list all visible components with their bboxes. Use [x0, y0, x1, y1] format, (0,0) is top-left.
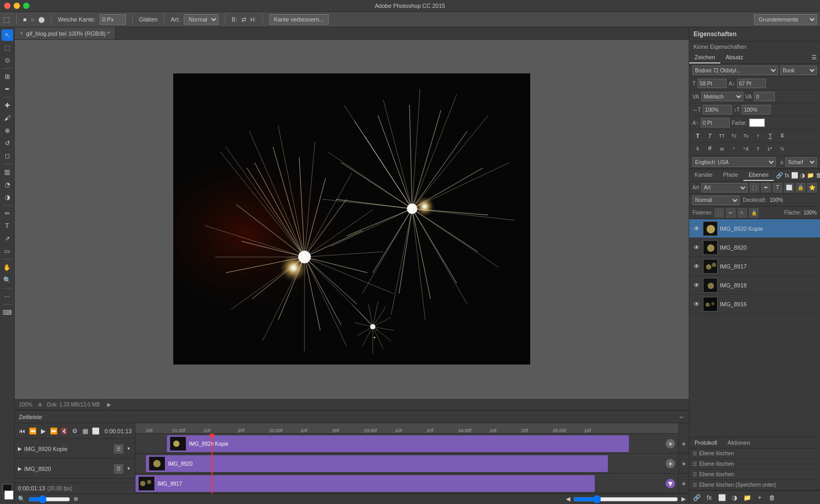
blend-mode-select[interactable]: Normal — [692, 196, 740, 205]
layer-mask-icon[interactable]: ⬜ — [791, 172, 798, 179]
history-brush[interactable]: ↺ — [2, 137, 13, 149]
fmt-st[interactable]: st — [717, 144, 727, 154]
tab-aktionen[interactable]: Aktionen — [722, 437, 755, 448]
font-size-input[interactable] — [698, 79, 727, 88]
timeline-expand-icon[interactable]: ↔ — [679, 414, 685, 420]
layer-item-3[interactable]: 👁 IMG_8918 — [689, 276, 820, 295]
canvas-area[interactable] — [15, 40, 689, 399]
layer-item-2[interactable]: 👁 IMG_8917 — [689, 257, 820, 276]
lock-transparent[interactable]: ⬚ — [714, 208, 724, 218]
next-frame-button[interactable]: ⏩ — [49, 426, 58, 436]
layer-expand-icon[interactable]: ▶ — [18, 446, 22, 452]
layer-icon-1[interactable]: ⬚ — [750, 183, 759, 192]
lasso-tool[interactable]: ⊙ — [2, 55, 13, 66]
color-swatch[interactable] — [749, 119, 765, 127]
shape-tool[interactable]: ▭ — [2, 245, 13, 257]
timeline-zoom-in[interactable]: ⊕ — [73, 496, 78, 502]
layer-item-1[interactable]: 👁 IMG_8920 — [689, 238, 820, 257]
render-button[interactable]: ▦ — [81, 426, 90, 436]
layer-eye-4[interactable]: 👁 — [692, 300, 701, 308]
move-tool[interactable]: ↖ — [2, 29, 13, 41]
layer-eye-3[interactable]: 👁 — [692, 281, 701, 289]
select-tool[interactable]: ⬚ — [2, 42, 13, 53]
zoom-tool[interactable]: 🔍 — [2, 274, 13, 286]
layer-delete-icon[interactable]: 🗑 — [816, 172, 820, 178]
layer-options-0[interactable]: ☰ — [114, 444, 123, 454]
lock-draw[interactable]: ✏ — [726, 208, 735, 218]
font-weight-select[interactable]: Book — [780, 66, 817, 75]
fmt-half[interactable]: ½ — [777, 144, 787, 154]
circle-select-icon[interactable]: ○ — [31, 16, 35, 23]
timeline-zoom-out[interactable]: 🔍 — [18, 496, 25, 502]
layer-kind-select[interactable]: Art — [701, 183, 748, 192]
text-tool[interactable]: T — [2, 220, 13, 232]
background-color[interactable] — [4, 490, 14, 500]
blur-tool[interactable]: ◔ — [2, 179, 13, 190]
lock-all[interactable]: 🔒 — [749, 208, 759, 218]
art-select[interactable]: Normal — [184, 14, 218, 25]
gradient-tool[interactable]: ▥ — [2, 166, 13, 178]
fmt-1st[interactable]: 1ˢᵗ — [765, 144, 775, 154]
new-fill-button[interactable]: fx — [704, 492, 714, 503]
eraser-tool[interactable]: ◻ — [2, 150, 13, 162]
prev-frame-button[interactable]: ⏪ — [28, 426, 37, 436]
tab-ebenen[interactable]: Ebenen — [743, 169, 774, 181]
new-layer-button[interactable]: + — [754, 492, 765, 503]
layer-mask-button[interactable]: ⬜ — [717, 492, 727, 503]
fmt-bold[interactable]: T — [692, 131, 703, 141]
more-tools[interactable]: ··· — [2, 291, 13, 302]
layer-eye-1[interactable]: 👁 — [692, 243, 701, 252]
layer-media-0[interactable]: ▼ — [125, 446, 132, 452]
layer-icon-4[interactable]: ⬜ — [784, 183, 794, 192]
add-track-0[interactable]: + — [679, 434, 689, 454]
tab-pfade[interactable]: Pfade — [718, 169, 743, 181]
fmt-underline[interactable]: T — [765, 131, 775, 141]
fmt-ad[interactable]: ᵃd — [741, 144, 751, 154]
pen-tool[interactable]: ✏ — [2, 208, 13, 219]
edit-toolbar[interactable]: ⌨ — [2, 307, 13, 318]
add-clip-1[interactable]: + — [666, 459, 675, 468]
new-group-button[interactable]: 🔗 — [691, 492, 702, 503]
clip-0[interactable]: IMG_8920 Kopie — [167, 435, 629, 452]
timeline-zoom-slider[interactable] — [28, 497, 70, 502]
stamp-tool[interactable]: ⊕ — [2, 125, 13, 136]
leading-input[interactable] — [737, 79, 766, 88]
tracking-type-select[interactable]: Metrisch — [701, 92, 743, 101]
lock-move[interactable]: ↖ — [738, 208, 747, 218]
layer-icon-3[interactable]: T — [773, 183, 782, 192]
baseline-input[interactable] — [701, 118, 730, 127]
tab-zeichen[interactable]: Zeichen — [689, 52, 720, 63]
layer-eye-2[interactable]: 👁 — [692, 262, 701, 271]
layer-item-4[interactable]: 👁 IMG_8916 — [689, 295, 820, 314]
layer-expand-icon-1[interactable]: ▶ — [18, 466, 22, 471]
close-button[interactable] — [4, 3, 10, 9]
layer-icon-5[interactable]: 🔒 — [796, 183, 805, 192]
group-button[interactable]: 📁 — [742, 492, 752, 503]
layer-options-1[interactable]: ☰ — [114, 464, 123, 474]
fmt-fi[interactable]: fi — [692, 144, 703, 154]
fmt-ff[interactable]: ﬀ — [705, 144, 715, 154]
lasso-select-icon[interactable]: ⬤ — [38, 16, 45, 23]
layer-group-icon[interactable]: 📁 — [807, 172, 814, 179]
fmt-italic[interactable]: T — [705, 131, 715, 141]
healing-tool[interactable]: ✚ — [2, 100, 13, 111]
settings-button[interactable]: ⚙ — [71, 426, 79, 436]
dodge-tool[interactable]: ◑ — [2, 191, 13, 203]
fmt-allcaps[interactable]: TT — [717, 131, 727, 141]
layer-fx-icon[interactable]: fx — [785, 172, 790, 178]
soft-edge-input[interactable] — [100, 14, 126, 25]
font-family-select[interactable]: Bodoni 72 Oldstyl... — [692, 66, 778, 75]
crop-tool[interactable]: ⊞ — [2, 71, 13, 82]
workspace-select[interactable]: Grundelemente — [754, 14, 817, 25]
layer-adjust-icon[interactable]: ◑ — [800, 172, 805, 179]
language-select[interactable]: Englisch: USA — [692, 157, 776, 167]
play-button[interactable]: ▶ — [39, 426, 47, 436]
tab-absatz[interactable]: Absatz — [720, 52, 749, 63]
layer-icon-2[interactable]: ✒ — [761, 183, 771, 192]
timeline-scroll-right[interactable]: ▶ — [681, 496, 686, 502]
fmt-super[interactable]: Ts — [741, 131, 751, 141]
rect-select-icon[interactable]: ■ — [23, 16, 27, 23]
timeline-scroll-left[interactable]: ◀ — [566, 496, 570, 502]
fmt-sub[interactable]: T — [753, 131, 763, 141]
scale-v-input[interactable] — [742, 105, 771, 114]
